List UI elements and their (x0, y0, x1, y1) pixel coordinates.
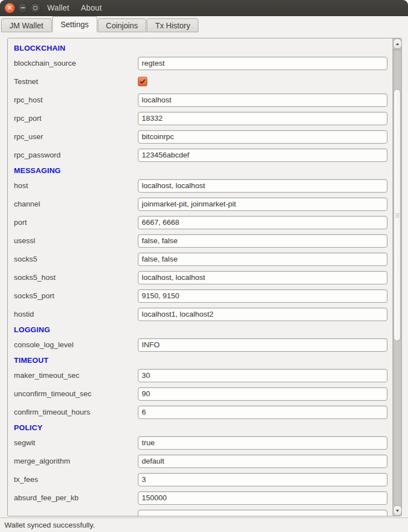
settings-row: socks5 (8, 250, 392, 268)
socks5-port-input[interactable] (138, 289, 387, 303)
menu-wallet[interactable]: Wallet (47, 3, 69, 12)
rpc-port-input[interactable] (138, 112, 387, 125)
field-label: rpc_port (14, 114, 42, 122)
settings-row: rpc_port (8, 109, 392, 127)
settings-row: socks5_host (8, 268, 392, 287)
checkmark-icon (139, 78, 146, 85)
rpc-host-input[interactable] (138, 93, 387, 107)
socks5-input[interactable] (138, 253, 387, 266)
settings-row: unconfirm_timeout_sec (8, 385, 392, 403)
menubar: Wallet About (47, 3, 102, 12)
settings-page: BLOCKCHAIN blockchain_source Testnet rpc… (0, 32, 408, 518)
settings-row: socks5_port (8, 287, 392, 305)
settings-row: port (8, 213, 392, 231)
field-label: socks5_port (14, 292, 54, 300)
settings-row: channel (8, 195, 392, 213)
confirm-timeout-hours-input[interactable] (138, 406, 387, 419)
settings-row: segwit (8, 434, 392, 452)
blockchain-source-input[interactable] (138, 57, 387, 70)
rpc-user-input[interactable] (138, 130, 387, 144)
section-header-policy: POLICY (8, 421, 392, 434)
checkbox-wrap (138, 77, 387, 86)
section-header-blockchain: BLOCKCHAIN (8, 42, 392, 54)
host-input[interactable] (138, 179, 387, 193)
settings-form: BLOCKCHAIN blockchain_source Testnet rpc… (8, 38, 392, 516)
settings-row: maker_timeout_sec (8, 366, 392, 385)
tab-jm-wallet[interactable]: JM Wallet (1, 18, 52, 32)
settings-row: host (8, 176, 392, 195)
partial-input[interactable] (138, 510, 387, 517)
field-label: rpc_host (14, 96, 43, 104)
field-label: Testnet (14, 77, 38, 86)
scrollbar-grip-icon (395, 213, 399, 217)
field-label: tx_fees (14, 475, 38, 484)
console-log-level-input[interactable] (138, 338, 387, 352)
field-label: blockchain_source (14, 59, 76, 67)
field-label: rpc_user (14, 132, 43, 141)
close-button[interactable]: ✕ (4, 3, 15, 13)
settings-row: rpc_user (8, 127, 392, 146)
arrow-up-icon (396, 43, 399, 45)
settings-row: tx_fees (8, 470, 392, 489)
section-header-timeout: TIMEOUT (8, 354, 392, 366)
maximize-button[interactable] (30, 3, 41, 13)
status-bar: Wallet synced successfully. (0, 518, 408, 532)
tab-settings[interactable]: Settings (52, 16, 97, 32)
field-label: maker_timeout_sec (14, 371, 79, 380)
field-label: hostid (14, 310, 34, 318)
field-label: confirm_timeout_hours (14, 408, 90, 416)
tab-tx-history[interactable]: Tx History (147, 18, 198, 32)
settings-row: rpc_password (8, 146, 392, 164)
tx-fees-input[interactable] (138, 473, 387, 486)
tab-bar: JM Wallet Settings Coinjoins Tx History (0, 16, 408, 32)
field-label: unconfirm_timeout_sec (14, 390, 92, 398)
maker-timeout-sec-input[interactable] (138, 369, 387, 382)
settings-row: usessl (8, 231, 392, 250)
socks5-host-input[interactable] (138, 271, 387, 284)
menu-about[interactable]: About (81, 3, 102, 12)
field-label: port (14, 218, 27, 226)
unconfirm-timeout-sec-input[interactable] (138, 387, 387, 401)
vertical-scrollbar (392, 38, 401, 516)
scrollbar-thumb[interactable] (394, 89, 401, 341)
merge-algorithm-input[interactable] (138, 455, 387, 468)
settings-scroll-area: BLOCKCHAIN blockchain_source Testnet rpc… (7, 38, 402, 516)
minimize-button[interactable] (17, 3, 28, 13)
settings-row: absurd_fee_per_kb (8, 489, 392, 507)
testnet-checkbox[interactable] (138, 77, 147, 86)
field-label: usessl (14, 237, 35, 245)
field-label: rpc_password (14, 151, 61, 159)
absurd-fee-per-kb-input[interactable] (138, 491, 387, 505)
field-label: channel (14, 200, 40, 208)
window-controls: ✕ (4, 3, 41, 13)
section-header-messaging: MESSAGING (8, 164, 392, 176)
status-message: Wallet synced successfully. (4, 521, 95, 529)
settings-row: confirm_timeout_hours (8, 403, 392, 421)
scrollbar-down-button[interactable] (393, 505, 402, 516)
tab-coinjoins[interactable]: Coinjoins (98, 18, 147, 32)
usessl-input[interactable] (138, 234, 387, 248)
scrollbar-up-button[interactable] (393, 38, 402, 49)
segwit-input[interactable] (138, 436, 387, 450)
settings-row: merge_algorithm (8, 452, 392, 470)
settings-row-partial (8, 507, 392, 516)
channel-input[interactable] (138, 198, 387, 211)
port-input[interactable] (138, 216, 387, 229)
field-label: merge_algorithm (14, 457, 70, 465)
arrow-down-icon (396, 510, 399, 512)
settings-row: rpc_host (8, 91, 392, 109)
field-label: host (14, 181, 28, 190)
settings-row: blockchain_source (8, 54, 392, 72)
hostid-input[interactable] (138, 308, 387, 321)
field-label: socks5_host (14, 273, 56, 282)
settings-row: hostid (8, 305, 392, 323)
rpc-password-input[interactable] (138, 149, 387, 162)
field-label: segwit (14, 439, 35, 447)
app-window: ✕ Wallet About JM Wallet Settings Coinjo… (0, 0, 408, 532)
field-label: console_log_level (14, 341, 73, 349)
maximize-icon (33, 6, 37, 10)
field-label: absurd_fee_per_kb (14, 494, 78, 502)
minimize-icon (21, 7, 25, 8)
field-label: socks5 (14, 255, 37, 263)
titlebar: ✕ Wallet About (0, 0, 408, 16)
